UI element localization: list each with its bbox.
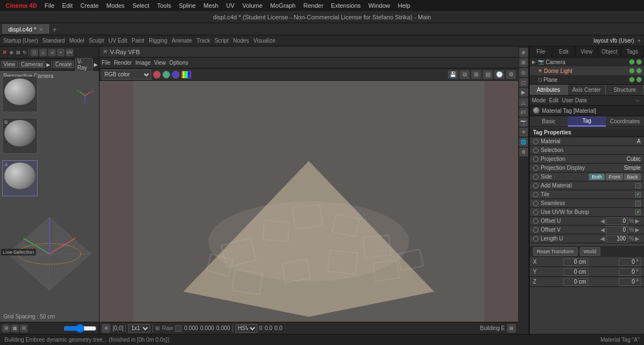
input-z[interactable] (563, 278, 588, 286)
icon-light2[interactable]: ☀ (519, 128, 528, 137)
plane-vis-dot1[interactable] (629, 77, 635, 82)
icon-world[interactable]: 🌐 (519, 138, 528, 147)
vfb-menu-image[interactable]: Image (135, 60, 151, 66)
prop-projection[interactable]: Projection Cubic (530, 155, 644, 164)
arrow-right-lengthu[interactable]: ▶ (635, 236, 640, 242)
prop-material[interactable]: Material A (530, 137, 644, 146)
mode-icon-edge[interactable]: ⊿ (48, 49, 56, 56)
obj-domelight[interactable]: ☀ Dome Light (530, 66, 644, 75)
mode-icon-point[interactable]: • (57, 49, 65, 56)
userdata-btn[interactable]: User Data (562, 97, 587, 103)
vfb-menu-options[interactable]: Options (169, 60, 188, 66)
vfb-menu-view[interactable]: View (154, 60, 166, 66)
color-teal[interactable] (162, 71, 170, 79)
layout-current[interactable]: layout vfb (User) (594, 38, 634, 44)
prop-input-lengthu[interactable] (606, 235, 628, 243)
input-xr[interactable] (619, 258, 641, 266)
preset-standard[interactable]: Standard (43, 38, 65, 44)
menu-uv[interactable]: UV (223, 2, 237, 9)
prop-check-uvwbump[interactable] (635, 210, 641, 215)
cameras-arrow[interactable]: ▶ (46, 62, 50, 67)
vfb-channels-icon[interactable]: ▤ (483, 70, 493, 79)
menu-select[interactable]: Select (129, 2, 153, 9)
dome-vis-dot1[interactable] (629, 68, 635, 74)
subtab-coordinates[interactable]: Coordinates (606, 116, 644, 127)
prop-z[interactable]: Z (530, 277, 644, 287)
preset-paint[interactable]: Paint (131, 38, 144, 44)
menu-mesh[interactable]: Mesh (200, 2, 221, 9)
mode-icon-rotate[interactable]: ↻ (22, 50, 28, 55)
mode-icon-move[interactable]: ⊕ (9, 50, 14, 55)
obj-expand-camera[interactable]: ▶ (532, 59, 536, 65)
prop-check-tile[interactable] (635, 192, 641, 197)
reset-transform-btn[interactable]: Reset Transform (533, 247, 578, 256)
color-blue[interactable] (172, 71, 180, 79)
prop-projection-display[interactable]: Projection Display Simple (530, 164, 644, 172)
plane-vis-dot2[interactable] (636, 77, 642, 82)
vfb-menu-render[interactable]: Render (114, 60, 132, 66)
vfb-save-icon[interactable]: 💾 (448, 70, 458, 79)
arrow-left-lengthu[interactable]: ◀ (600, 236, 605, 242)
scene-mode-icon3[interactable]: ⊟ (20, 325, 28, 332)
tool-vray[interactable]: V-Ray (75, 58, 93, 71)
menu-create[interactable]: Create (77, 2, 102, 9)
preset-script[interactable]: Script (214, 38, 229, 44)
menu-tools[interactable]: Tools (154, 2, 175, 9)
preset-animate[interactable]: Animate (172, 38, 192, 44)
preset-model[interactable]: Model (69, 38, 84, 44)
prop-y[interactable]: Y (530, 267, 644, 277)
icon-settings[interactable]: ⚙ (519, 148, 528, 156)
vfb-grid-icon[interactable]: ⊞ (471, 70, 481, 79)
icon-render2[interactable]: ◎ (519, 68, 528, 77)
icon-view[interactable]: ⊞ (519, 58, 528, 67)
icon-snap[interactable]: ⊕ (519, 48, 528, 57)
mode-icon-poly[interactable]: △ (39, 49, 47, 56)
tool-create[interactable]: Create (53, 61, 74, 68)
camera-vis-dot2[interactable] (636, 59, 642, 65)
menu-extensions[interactable]: Extensions (328, 2, 364, 9)
vfb-history-icon[interactable]: 🕐 (494, 70, 504, 79)
material-thumb-a[interactable]: A (2, 160, 38, 196)
arrow-right-offsetu[interactable]: ▶ (635, 218, 640, 224)
menu-edit[interactable]: Edit (59, 2, 76, 9)
camera-vis-dot[interactable] (629, 59, 635, 65)
icon-tag[interactable]: 🏷 (519, 108, 528, 117)
mode-icon-obj[interactable]: ◻ (30, 49, 38, 56)
menu-spline[interactable]: Spline (176, 2, 199, 9)
mode-icon-uv[interactable]: UV (66, 49, 73, 56)
material-thumb-a-top[interactable] (2, 76, 38, 112)
prop-length-u[interactable]: Length U ◀ % ▶ (530, 234, 644, 243)
preset-nodes[interactable]: Nodes (233, 38, 249, 44)
file-tab[interactable]: displ.c4d * ✕ (2, 24, 49, 34)
layout-add-btn[interactable]: + (637, 38, 641, 44)
obj-camera[interactable]: ▶ 📷 Camera (530, 58, 644, 66)
zoom-slider[interactable] (64, 325, 97, 332)
side-btn-front[interactable]: Front (606, 174, 623, 180)
preset-visualize[interactable]: Visualize (254, 38, 276, 44)
side-btn-back[interactable]: Back (624, 174, 641, 180)
color-space-select[interactable]: HSV RGB (235, 324, 257, 333)
scene-mode-icon1[interactable]: ⊞ (2, 325, 10, 332)
zoom-select[interactable]: 1x1 2x2 4x4 (128, 324, 150, 333)
input-x[interactable] (563, 258, 588, 266)
mode-icon-x[interactable]: ✕ (1, 49, 8, 55)
icon-anim[interactable]: ▶ (519, 88, 528, 97)
preset-sculpt[interactable]: Sculpt (89, 38, 104, 44)
obj-plane[interactable]: ◻ Plane (530, 75, 644, 84)
icon-cam[interactable]: 📷 (519, 118, 528, 127)
attr-tab-axis[interactable]: Axis Center (568, 85, 606, 95)
subtab-basic[interactable]: Basic (530, 116, 568, 127)
scene-mode-icon2[interactable]: ▦ (11, 325, 19, 332)
preset-rigging[interactable]: Rigging (149, 38, 167, 44)
coords-icon[interactable]: ⊕ (102, 324, 110, 333)
menu-mograph[interactable]: MoGraph (267, 2, 299, 9)
menu-file[interactable]: File (41, 2, 58, 9)
edit-btn[interactable]: Edit (549, 97, 558, 103)
icon-obj2[interactable]: △ (519, 98, 528, 107)
tool-vray-arrow[interactable]: ▶ (94, 62, 98, 67)
menu-help[interactable]: Help (394, 2, 414, 9)
preset-track[interactable]: Track (197, 38, 210, 44)
prop-tile[interactable]: Tile (530, 190, 644, 199)
vfb-options-icon[interactable]: ⚙ (506, 70, 516, 79)
menu-modes[interactable]: Modes (103, 2, 128, 9)
